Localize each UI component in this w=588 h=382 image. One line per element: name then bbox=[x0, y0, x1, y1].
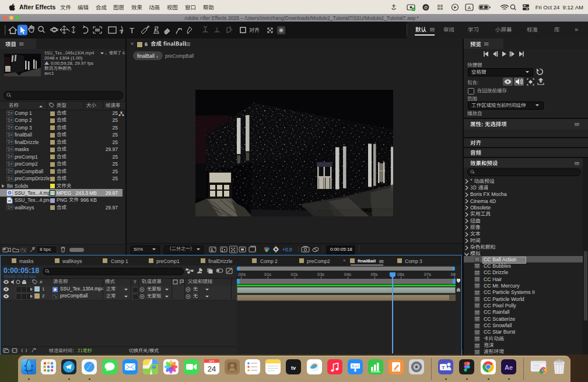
svg-text:OCT: OCT bbox=[209, 360, 215, 363]
svg-text:T: T bbox=[130, 26, 134, 35]
svg-text:Ae: Ae bbox=[505, 364, 513, 371]
svg-text:A: A bbox=[468, 5, 471, 10]
svg-text:@: @ bbox=[424, 5, 428, 9]
svg-text:24: 24 bbox=[208, 365, 216, 373]
svg-text:T: T bbox=[442, 365, 445, 370]
svg-text:+0.0: +0.0 bbox=[282, 247, 292, 253]
svg-text:tv: tv bbox=[291, 365, 296, 371]
